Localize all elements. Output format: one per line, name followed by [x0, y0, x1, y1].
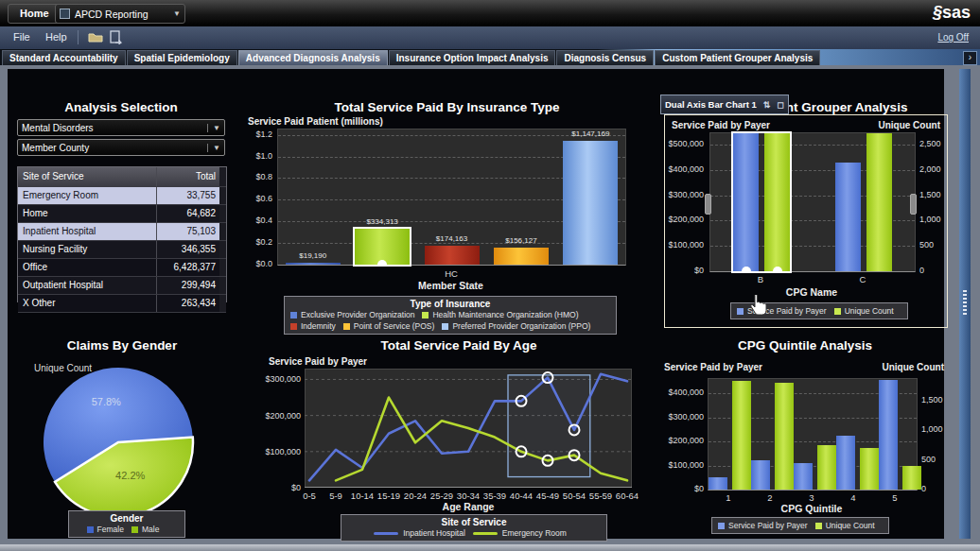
legend-item[interactable]: Point of Service (POS): [343, 321, 435, 331]
service-paid-bar[interactable]: [709, 477, 727, 490]
axis-tick-label: $400,000: [658, 387, 704, 397]
cell-total: 263,434: [157, 295, 219, 312]
mouse-cursor: [748, 295, 769, 319]
analysis-filter-dropdown-0[interactable]: Mental Disorders▼: [17, 119, 225, 136]
selection-notch: [377, 260, 387, 265]
window-icon: [60, 9, 70, 19]
analysis-filter-dropdown-1[interactable]: Member County▼: [17, 139, 225, 156]
table-row[interactable]: Outpatient Hospital299,494: [18, 277, 226, 295]
tab-overflow-arrow[interactable]: ›: [963, 51, 977, 65]
table-row[interactable]: X Other263,434: [18, 295, 226, 313]
legend-item[interactable]: Inpatient Hospital: [374, 528, 465, 538]
file-menu[interactable]: File: [13, 31, 30, 43]
chevron-down-icon: ▼: [173, 9, 181, 18]
maximize-icon[interactable]: ◻: [777, 100, 783, 110]
apcd-dashboard: Home APCD Reporting ▼ §sas File Help Log…: [0, 0, 980, 551]
bar-exclusive-provider-organization[interactable]: [286, 263, 341, 265]
x-tick-label: 35-39: [483, 491, 506, 501]
row-gutter: [219, 187, 226, 204]
service-paid-bar[interactable]: [794, 463, 813, 490]
floating-chart-chip[interactable]: Dual Axis Bar Chart 1 ⇅ ◻: [660, 95, 789, 114]
gender-pie[interactable]: 57.8%42.2%: [31, 357, 206, 529]
home-button[interactable]: Home: [8, 4, 61, 24]
export-report-icon[interactable]: [109, 30, 122, 44]
right-splitter[interactable]: [959, 69, 971, 539]
tab-4[interactable]: Diagnosis Census: [556, 50, 654, 65]
menu-separator: [78, 30, 79, 44]
legend-item[interactable]: Female: [87, 525, 124, 534]
bar-point-of-service-pos-[interactable]: [494, 248, 549, 265]
grouper-selected-border: [664, 114, 948, 328]
insurance-y-axis-label: Service Paid Patient (millions): [248, 116, 383, 127]
unique-count-bar[interactable]: [775, 383, 794, 490]
service-paid-bar[interactable]: [879, 380, 898, 490]
cell-total: 299,494: [157, 277, 219, 294]
bar-group-5[interactable]: [879, 379, 921, 490]
tab-5[interactable]: Custom Patient Grouper Analysis: [655, 50, 820, 65]
x-tick-label: 10-14: [351, 491, 374, 501]
color-chip: [442, 323, 448, 330]
axis-tick-label: $0.2: [235, 237, 272, 247]
table-row[interactable]: Inpatient Hospital75,103: [18, 223, 226, 241]
cell-site: X Other: [18, 295, 157, 312]
color-chip: [422, 312, 429, 319]
x-tick-label: 60-64: [616, 491, 639, 501]
table-row[interactable]: Home64,682: [18, 205, 226, 223]
quintile-left-axis-label: Service Paid by Payer: [664, 362, 762, 372]
cell-site: Nursing Facility: [18, 241, 157, 258]
insurance-legend-title: Type of Insurance: [290, 299, 610, 309]
unique-count-bar[interactable]: [860, 448, 879, 490]
service-paid-bar[interactable]: [836, 436, 855, 490]
axis-tick-label: $200,000: [257, 411, 301, 421]
legend-label: Indemnity: [301, 321, 336, 331]
bar-group-2[interactable]: [751, 379, 794, 490]
insurance-x-axis-title: Member State: [277, 280, 624, 291]
quintile-chart-title: CPG Quintile Analysis: [662, 338, 948, 353]
tab-0[interactable]: Standard Accountability: [2, 50, 126, 65]
age-y-axis-label: Service Paid by Payer: [269, 356, 367, 367]
legend-item[interactable]: Indemnity: [290, 321, 336, 331]
age-x-axis-title: Age Range: [305, 501, 632, 512]
tab-2[interactable]: Advanced Diagnosis Analysis: [238, 50, 388, 65]
bar-group-3[interactable]: [794, 379, 836, 490]
bar-group-1[interactable]: [709, 379, 751, 490]
legend-label: Point of Service (POS): [354, 321, 435, 331]
legend-item[interactable]: Unique Count: [815, 521, 875, 530]
legend-item[interactable]: Male: [131, 525, 159, 534]
legend-item[interactable]: Health Maintenance Organization (HMO): [422, 310, 578, 319]
service-paid-bar[interactable]: [751, 460, 770, 490]
analysis-selection-title: Analysis Selection: [17, 100, 225, 114]
legend-item[interactable]: Emergency Room: [473, 528, 567, 538]
cell-total: 33,755: [157, 187, 219, 204]
x-tick-label: 55-59: [589, 491, 612, 501]
age-line-plot[interactable]: [305, 369, 632, 488]
legend-item[interactable]: Service Paid by Payer: [718, 521, 808, 530]
color-chip: [343, 323, 350, 330]
help-menu[interactable]: Help: [45, 31, 67, 43]
app-selector-dropdown[interactable]: APCD Reporting ▼: [55, 4, 185, 24]
unique-count-bar[interactable]: [732, 381, 751, 490]
bar-group-4[interactable]: [836, 379, 879, 490]
cell-total: 346,355: [157, 241, 219, 258]
swap-axes-icon[interactable]: ⇅: [763, 100, 771, 110]
table-row[interactable]: Emergency Room33,755: [18, 187, 226, 205]
table-row[interactable]: Nursing Facility346,355: [18, 241, 226, 259]
table-row[interactable]: Office6,428,377: [18, 259, 226, 277]
axis-tick-label: $0.4: [235, 215, 272, 225]
legend-item[interactable]: Preferred Provider Organization (PPO): [442, 321, 590, 331]
x-tick-label: 20-24: [404, 491, 427, 501]
bar-preferred-provider-organization-ppo-[interactable]: [563, 141, 618, 265]
open-folder-icon[interactable]: [88, 31, 103, 43]
tab-strip: Standard AccountabilitySpatial Epidemiol…: [2, 49, 821, 65]
legend-item[interactable]: Exclusive Provider Organization: [290, 310, 414, 319]
bar-health-maintenance-organization-hmo-[interactable]: [355, 229, 410, 265]
tab-1[interactable]: Spatial Epidemiology: [127, 50, 237, 65]
tab-3[interactable]: Insurance Option Impact Analysis: [389, 50, 556, 65]
unique-count-bar[interactable]: [902, 466, 921, 490]
log-off-link[interactable]: Log Off: [937, 32, 969, 43]
row-gutter: [219, 223, 226, 240]
axis-tick-label: 1,500: [921, 395, 959, 405]
x-tick-label: 30-34: [457, 491, 480, 501]
bar-indemnity[interactable]: [425, 246, 480, 265]
unique-count-bar[interactable]: [817, 445, 836, 490]
